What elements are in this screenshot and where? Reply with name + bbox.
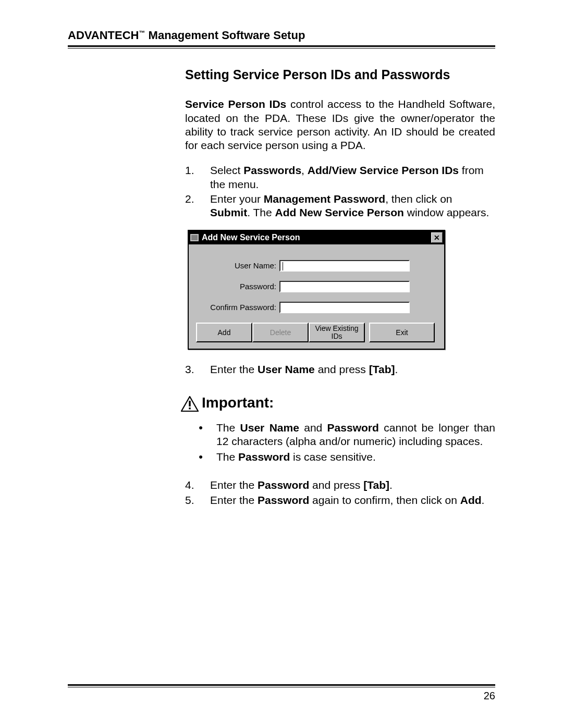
important-bullets: • The User Name and Password cannot be l… <box>185 421 495 464</box>
view-existing-button[interactable]: View Existing IDs <box>309 323 365 342</box>
step-number: 1. <box>185 164 210 191</box>
footer-divider <box>68 684 495 687</box>
delete-button[interactable]: Delete <box>252 323 309 342</box>
steps-list-2: 3. Enter the User Name and press [Tab]. <box>185 363 495 376</box>
step-text: Enter the User Name and press [Tab]. <box>210 363 495 376</box>
step-4: 4. Enter the Password and press [Tab]. <box>185 478 495 492</box>
step-text: Select Passwords, Add/View Service Perso… <box>210 164 495 191</box>
label-username: User Name: <box>198 261 279 271</box>
page-number: 26 <box>484 690 495 702</box>
username-input[interactable] <box>279 260 410 272</box>
row-confirm: Confirm Password: <box>198 302 435 313</box>
dialog-buttons: Add Delete View Existing IDs Exit <box>196 323 435 342</box>
row-username: User Name: <box>198 260 435 272</box>
add-button[interactable]: Add <box>196 323 252 342</box>
step-1: 1. Select Passwords, Add/View Service Pe… <box>185 164 495 191</box>
steps-list-1: 1. Select Passwords, Add/View Service Pe… <box>185 164 495 219</box>
bullet-text: The Password is case sensitive. <box>216 450 495 464</box>
step-5: 5. Enter the Password again to confirm, … <box>185 493 495 507</box>
important-heading: Important: <box>181 393 495 412</box>
steps-list-3: 4. Enter the Password and press [Tab]. 5… <box>185 478 495 507</box>
step-number: 4. <box>185 478 210 492</box>
bullet-1: • The User Name and Password cannot be l… <box>185 421 495 449</box>
bullet-dot: • <box>185 421 216 449</box>
bullet-2: • The Password is case sensitive. <box>185 450 495 464</box>
main-content: Setting Service Person IDs and Passwords… <box>185 67 495 507</box>
dialog-titlebar: Add New Service Person ✕ <box>189 231 444 244</box>
dialog-title: Add New Service Person <box>202 232 431 243</box>
step-2: 2. Enter your Management Password, then … <box>185 192 495 220</box>
bullet-text: The User Name and Password cannot be lon… <box>216 421 495 449</box>
header-suffix: Management Software Setup <box>145 29 305 42</box>
svg-rect-1 <box>189 401 190 406</box>
step-number: 5. <box>185 493 210 507</box>
step-text: Enter the Password again to confirm, the… <box>210 493 495 507</box>
close-icon[interactable]: ✕ <box>431 232 443 243</box>
intro-paragraph: Service Person IDs control access to the… <box>185 97 495 152</box>
dialog-body: User Name: Password: Confirm Password: A… <box>189 244 444 349</box>
document-page: ADVANTECH™ Management Software Setup Set… <box>0 0 563 728</box>
app-icon <box>190 234 199 241</box>
step-text: Enter your Management Password, then cli… <box>210 192 495 220</box>
brand-name: ADVANTECH <box>68 29 139 42</box>
step-3: 3. Enter the User Name and press [Tab]. <box>185 363 495 376</box>
warning-icon <box>181 396 199 412</box>
step-text: Enter the Password and press [Tab]. <box>210 478 495 492</box>
label-password: Password: <box>198 282 279 292</box>
page-header: ADVANTECH™ Management Software Setup <box>68 29 495 44</box>
add-service-person-dialog: Add New Service Person ✕ User Name: Pass… <box>188 230 445 350</box>
bullet-dot: • <box>185 450 216 464</box>
step-number: 2. <box>185 192 210 220</box>
header-divider <box>68 45 495 48</box>
trademark-symbol: ™ <box>139 29 145 36</box>
password-input[interactable] <box>279 281 410 292</box>
exit-button[interactable]: Exit <box>369 323 435 342</box>
important-label: Important: <box>202 393 274 412</box>
step-number: 3. <box>185 363 210 376</box>
section-title: Setting Service Person IDs and Passwords <box>185 67 495 83</box>
intro-bold: Service Person IDs <box>185 98 286 110</box>
label-confirm: Confirm Password: <box>198 303 279 313</box>
confirm-password-input[interactable] <box>279 302 410 313</box>
svg-rect-2 <box>189 408 190 409</box>
row-password: Password: <box>198 281 435 292</box>
